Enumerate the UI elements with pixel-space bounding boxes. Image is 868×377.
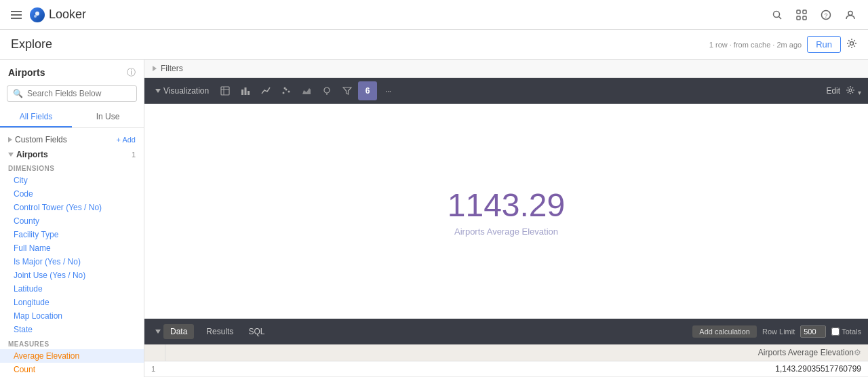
field-city[interactable]: City <box>0 174 144 187</box>
data-toggle[interactable]: Data <box>151 321 198 342</box>
totals-checkbox-label: Totals <box>831 328 861 336</box>
svg-rect-12 <box>221 87 229 95</box>
col-settings-icon[interactable]: ⚙ <box>854 348 861 357</box>
custom-fields-label: Custom Fields <box>8 135 67 144</box>
measures-label: MEASURES <box>0 336 144 349</box>
row-limit-label: Row Limit <box>762 328 795 336</box>
viz-toggle[interactable]: Visualization <box>151 83 213 98</box>
airports-count: 1 <box>132 151 136 159</box>
airports-label: Airports <box>8 150 48 159</box>
filters-bar[interactable]: Filters <box>144 60 868 78</box>
field-is-major[interactable]: Is Major (Yes / No) <box>0 255 144 269</box>
user-icon[interactable] <box>844 8 857 22</box>
logo: Looker <box>30 7 86 22</box>
area-chart-icon-btn[interactable] <box>297 81 316 100</box>
add-custom-field-link[interactable]: + Add <box>117 136 136 144</box>
collapse-icon <box>8 153 14 157</box>
field-section: Custom Fields + Add Airports 1 DIMENSION… <box>0 128 144 377</box>
viz-edit-button[interactable]: Edit <box>826 86 840 96</box>
scatter-icon-btn[interactable] <box>277 81 296 100</box>
nav-left: Looker <box>11 7 86 22</box>
totals-label: Totals <box>842 328 861 336</box>
svg-point-11 <box>850 42 854 45</box>
cache-info: 1 row · from cache · 2m ago <box>709 41 802 49</box>
field-control-tower[interactable]: Control Tower (Yes / No) <box>0 201 144 214</box>
more-viz-icon-btn[interactable]: ··· <box>378 81 397 100</box>
col-airports-avg-elevation: Airports Average Elevation ⚙ <box>165 344 868 361</box>
field-count[interactable]: Count <box>0 363 144 376</box>
field-county[interactable]: County <box>0 214 144 228</box>
svg-rect-6 <box>797 16 800 20</box>
sidebar-tabs: All Fields In Use <box>0 107 144 128</box>
viz-gear-icon[interactable]: ▾ <box>846 85 861 97</box>
number-icon-btn[interactable]: 6 <box>358 81 377 100</box>
tab-results[interactable]: Results <box>199 324 240 339</box>
number-icon-label: 6 <box>366 86 370 96</box>
custom-fields-row[interactable]: Custom Fields + Add <box>0 132 144 147</box>
bar-chart-icon-btn[interactable] <box>236 81 255 100</box>
viz-area: 1143.29 Airports Average Elevation <box>144 104 868 319</box>
menu-icon[interactable] <box>11 11 22 19</box>
viz-collapse-icon <box>155 89 161 93</box>
search-input[interactable] <box>27 89 131 98</box>
airports-section-row: Airports 1 <box>0 147 144 161</box>
search-icon-sm: 🔍 <box>13 89 23 98</box>
field-average-elevation[interactable]: Average Elevation <box>0 349 144 363</box>
help-icon[interactable]: ? <box>819 8 833 22</box>
grid-icon[interactable] <box>795 8 808 22</box>
tab-sql[interactable]: SQL <box>241 324 271 339</box>
svg-point-1 <box>34 15 37 18</box>
cell-avg-elevation: 1,143.29035517760799 <box>165 361 868 377</box>
svg-text:?: ? <box>824 12 827 19</box>
logo-mark <box>30 7 45 22</box>
search-icon[interactable] <box>770 8 784 22</box>
field-longitude[interactable]: Longitude <box>0 296 144 309</box>
totals-checkbox[interactable] <box>831 328 840 336</box>
info-icon[interactable]: ⓘ <box>127 66 136 79</box>
field-code[interactable]: Code <box>0 187 144 201</box>
viz-label: Visualization <box>163 86 209 96</box>
field-latitude[interactable]: Latitude <box>0 282 144 296</box>
table-icon-btn[interactable] <box>216 81 235 100</box>
more-dots: ··· <box>385 85 391 96</box>
run-button[interactable]: Run <box>807 36 841 53</box>
svg-rect-7 <box>803 16 806 20</box>
explore-settings-icon[interactable] <box>846 38 857 51</box>
search-container: 🔍 <box>0 83 144 107</box>
nav-right: ? <box>770 8 857 22</box>
top-nav: Looker ? <box>0 0 868 30</box>
table-row: 1 1,143.29035517760799 <box>144 361 868 377</box>
sidebar-header: Airports ⓘ <box>0 60 144 83</box>
line-chart-icon-btn[interactable] <box>256 81 275 100</box>
data-table: Airports Average Elevation ⚙ 1 1,143.290… <box>144 344 868 377</box>
svg-point-18 <box>283 92 285 94</box>
field-facility-type[interactable]: Facility Type <box>0 228 144 241</box>
funnel-icon-btn[interactable] <box>338 81 357 100</box>
viz-icons: 6 ··· <box>216 81 823 100</box>
main-layout: Airports ⓘ 🔍 All Fields In Use Custom Fi… <box>0 60 868 377</box>
field-joint-use[interactable]: Joint Use (Yes / No) <box>0 269 144 282</box>
field-state[interactable]: State <box>0 323 144 336</box>
map-icon-btn[interactable] <box>317 81 336 100</box>
tab-all-fields[interactable]: All Fields <box>0 107 72 127</box>
svg-point-24 <box>849 89 852 92</box>
svg-point-20 <box>288 91 290 93</box>
row-num-header <box>144 344 165 361</box>
field-full-name[interactable]: Full Name <box>0 241 144 255</box>
svg-rect-15 <box>241 90 243 95</box>
data-collapse-icon <box>155 330 161 334</box>
filters-label: Filters <box>161 64 183 73</box>
row-num-cell: 1 <box>144 361 165 377</box>
add-calculation-button[interactable]: Add calculation <box>692 325 757 338</box>
page-header: Explore 1 row · from cache · 2m ago Run <box>0 30 868 60</box>
viz-toolbar: Visualization <box>144 78 868 104</box>
logo-text: Looker <box>49 7 86 22</box>
field-map-location[interactable]: Map Location <box>0 309 144 323</box>
svg-rect-4 <box>797 10 800 14</box>
tab-data[interactable]: Data <box>163 324 194 339</box>
row-limit-input[interactable] <box>800 325 826 338</box>
svg-point-21 <box>284 87 286 90</box>
tab-in-use[interactable]: In Use <box>72 107 144 127</box>
content-area: Filters Visualization <box>144 60 868 377</box>
dimensions-label: DIMENSIONS <box>0 161 144 174</box>
